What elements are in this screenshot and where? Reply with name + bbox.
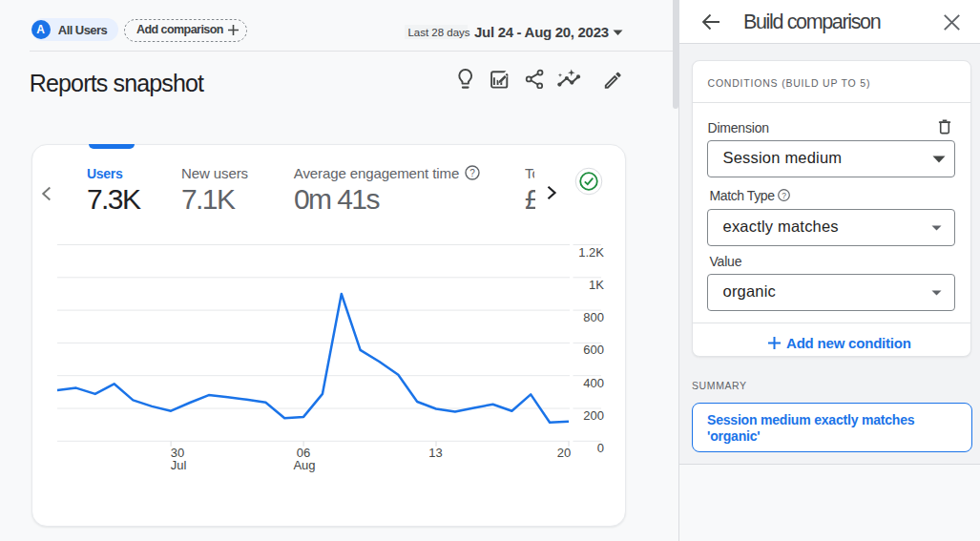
svg-text:Aug: Aug [293,458,315,472]
svg-text:20: 20 [557,446,571,460]
svg-text:800: 800 [583,310,604,324]
svg-text:200: 200 [583,408,604,423]
svg-text:13: 13 [428,446,442,460]
svg-text:?: ? [782,191,786,200]
svg-text:1K: 1K [589,278,604,292]
svg-text:0: 0 [597,441,604,455]
svg-text:Jul: Jul [171,458,187,472]
svg-text:1.2K: 1.2K [578,245,604,260]
svg-text:400: 400 [583,376,604,390]
svg-text:600: 600 [583,343,604,357]
